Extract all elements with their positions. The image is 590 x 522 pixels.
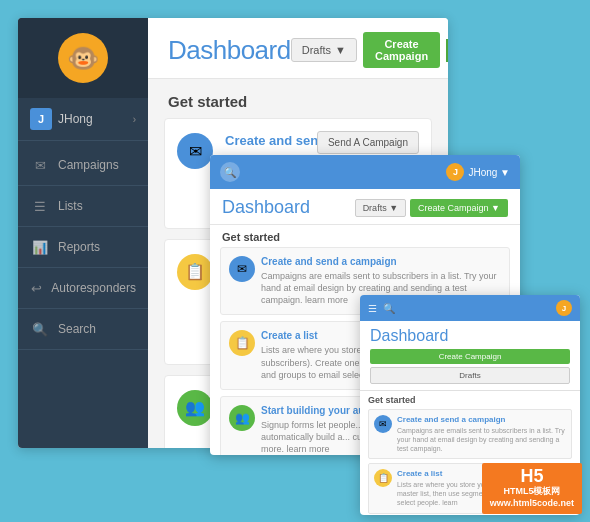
topbar-avatar: J xyxy=(446,163,464,181)
page-title: Dashboard xyxy=(168,35,291,66)
small-create-button[interactable]: Create Campaign xyxy=(370,349,570,364)
medium-campaign-title: Create and send a campaign xyxy=(261,256,501,267)
medium-title: Dashboard xyxy=(222,197,310,218)
medium-header: Dashboard Drafts ▼ Create Campaign ▼ xyxy=(210,189,520,225)
medium-drafts-button[interactable]: Drafts ▼ xyxy=(355,199,406,217)
content-header: Dashboard Drafts ▼ Create Campaign ▼ xyxy=(148,18,448,79)
create-campaign-button[interactable]: Create Campaign xyxy=(363,32,440,68)
small-campaign-card: ✉ Create and send a campaign Campaigns a… xyxy=(368,409,572,459)
autoresponders-icon: ↩ xyxy=(30,278,43,298)
section-title: Get started xyxy=(148,79,448,118)
medium-audience-icon: 👥 xyxy=(229,405,255,431)
sidebar-item-label: Reports xyxy=(58,240,136,254)
medium-header-buttons: Drafts ▼ Create Campaign ▼ xyxy=(355,199,508,217)
audience-card-icon: 👥 xyxy=(177,390,213,426)
list-card-icon: 📋 xyxy=(177,254,213,290)
hamburger-icon: ☰ xyxy=(368,303,377,314)
drafts-label: Drafts xyxy=(302,44,331,56)
drafts-button[interactable]: Drafts ▼ xyxy=(291,38,357,62)
topbar-user[interactable]: J JHong ▼ xyxy=(446,163,510,181)
sidebar-item-label: Campaigns xyxy=(58,158,136,172)
sidebar-item-autoresponders[interactable]: ↩ Autoresponders xyxy=(18,268,148,309)
topbar-search-icon[interactable]: 🔍 xyxy=(220,162,240,182)
medium-campaign-icon: ✉ xyxy=(229,256,255,282)
small-drafts-button[interactable]: Drafts xyxy=(370,367,570,384)
campaigns-icon: ✉ xyxy=(30,155,50,175)
small-list-icon: 📋 xyxy=(374,469,392,487)
sidebar-item-label: Lists xyxy=(58,199,136,213)
sidebar-username: JHong xyxy=(58,112,133,126)
watermark-line2: www.html5code.net xyxy=(490,497,574,510)
sidebar-item-reports[interactable]: 📊 Reports xyxy=(18,227,148,268)
sidebar-item-label: Autoresponders xyxy=(51,281,136,295)
small-section-title: Get started xyxy=(360,391,580,409)
chevron-right-icon: › xyxy=(133,114,136,125)
lists-icon: ☰ xyxy=(30,196,50,216)
small-title: Dashboard xyxy=(370,327,570,345)
watermark-line1: HTML5模板网 xyxy=(490,485,574,498)
small-topbar-icons: ☰ 🔍 xyxy=(368,303,395,314)
small-title-bar: Dashboard Create Campaign Drafts xyxy=(360,321,580,391)
sidebar-item-search[interactable]: 🔍 Search xyxy=(18,309,148,350)
sidebar-item-lists[interactable]: ☰ Lists xyxy=(18,186,148,227)
sidebar-item-label: Search xyxy=(58,322,136,336)
watermark: H5 HTML5模板网 www.html5code.net xyxy=(482,463,582,514)
create-campaign-arrow-button[interactable]: ▼ xyxy=(446,39,448,62)
send-campaign-button[interactable]: Send A Campaign xyxy=(317,131,419,154)
sidebar-item-campaigns[interactable]: ✉ Campaigns xyxy=(18,145,148,186)
small-campaign-icon: ✉ xyxy=(374,415,392,433)
sidebar-nav: ✉ Campaigns ☰ Lists 📊 Reports ↩ Autoresp… xyxy=(18,141,148,448)
sidebar-user[interactable]: J JHong › xyxy=(18,98,148,141)
header-actions: Drafts ▼ Create Campaign ▼ xyxy=(291,32,448,68)
sidebar: 🐵 J JHong › ✉ Campaigns ☰ Lists 📊 Report… xyxy=(18,18,148,448)
search-icon: 🔍 xyxy=(30,319,50,339)
small-campaign-desc: Campaigns are emails sent to subscribers… xyxy=(397,426,566,453)
small-campaign-title: Create and send a campaign xyxy=(397,415,566,424)
small-avatar: J xyxy=(556,300,572,316)
search-icon: 🔍 xyxy=(383,303,395,314)
medium-create-button[interactable]: Create Campaign ▼ xyxy=(410,199,508,217)
campaign-card-icon: ✉ xyxy=(177,133,213,169)
reports-icon: 📊 xyxy=(30,237,50,257)
medium-list-icon: 📋 xyxy=(229,330,255,356)
medium-topbar: 🔍 J JHong ▼ xyxy=(210,155,520,189)
small-topbar: ☰ 🔍 J xyxy=(360,295,580,321)
sidebar-logo: 🐵 xyxy=(18,18,148,98)
chevron-down-icon: ▼ xyxy=(335,44,346,56)
avatar: J xyxy=(30,108,52,130)
medium-section-title: Get started xyxy=(210,225,520,247)
watermark-h5: H5 xyxy=(490,467,574,485)
create-campaign-label: Create Campaign xyxy=(375,38,428,62)
topbar-username: JHong ▼ xyxy=(468,167,510,178)
monkey-logo-icon: 🐵 xyxy=(58,33,108,83)
